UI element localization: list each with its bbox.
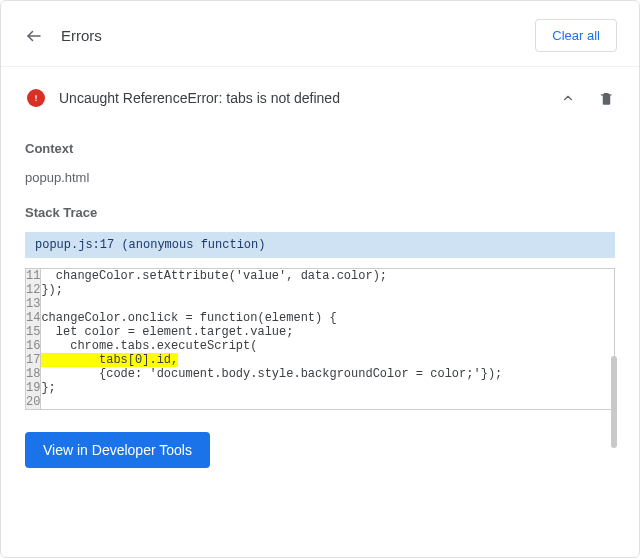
stack-frame[interactable]: popup.js:17 (anonymous function) bbox=[25, 232, 615, 258]
code-cell: {code: 'document.body.style.backgroundCo… bbox=[41, 367, 614, 381]
content: Uncaught ReferenceError: tabs is not def… bbox=[1, 67, 639, 488]
code-line: 13 bbox=[26, 297, 614, 311]
line-number: 14 bbox=[26, 311, 41, 325]
topbar-left: Errors bbox=[25, 27, 102, 45]
errors-panel: Errors Clear all Uncaught ReferenceError… bbox=[0, 0, 640, 558]
code-cell: tabs[0].id, bbox=[41, 353, 614, 367]
code-cell: changeColor.setAttribute('value', data.c… bbox=[41, 269, 614, 283]
line-number: 13 bbox=[26, 297, 41, 311]
view-in-devtools-button[interactable]: View in Developer Tools bbox=[25, 432, 210, 468]
code-cell bbox=[41, 395, 614, 409]
svg-point-2 bbox=[35, 100, 37, 102]
code-line: 11 changeColor.setAttribute('value', dat… bbox=[26, 269, 614, 283]
svg-rect-1 bbox=[35, 95, 36, 99]
line-number: 15 bbox=[26, 325, 41, 339]
stack-trace-label: Stack Trace bbox=[25, 205, 615, 220]
code-cell: changeColor.onclick = function(element) … bbox=[41, 311, 614, 325]
line-number: 19 bbox=[26, 381, 41, 395]
error-left: Uncaught ReferenceError: tabs is not def… bbox=[27, 89, 340, 107]
code-cell: }; bbox=[41, 381, 614, 395]
code-line: 15 let color = element.target.value; bbox=[26, 325, 614, 339]
code-line: 20 bbox=[26, 395, 614, 409]
code-line: 18 {code: 'document.body.style.backgroun… bbox=[26, 367, 614, 381]
error-message: Uncaught ReferenceError: tabs is not def… bbox=[59, 90, 340, 106]
code-cell: }); bbox=[41, 283, 614, 297]
code-cell: chrome.tabs.executeScript( bbox=[41, 339, 614, 353]
code-line: 17 tabs[0].id, bbox=[26, 353, 614, 367]
code-wrap: 11 changeColor.setAttribute('value', dat… bbox=[25, 268, 615, 410]
error-right bbox=[559, 89, 615, 107]
collapse-chevron-icon[interactable] bbox=[559, 89, 577, 107]
back-arrow-icon[interactable] bbox=[25, 27, 43, 45]
code-viewer[interactable]: 11 changeColor.setAttribute('value', dat… bbox=[25, 268, 615, 410]
highlighted-code: tabs[0].id, bbox=[41, 353, 178, 367]
clear-all-button[interactable]: Clear all bbox=[535, 19, 617, 52]
delete-error-icon[interactable] bbox=[597, 89, 615, 107]
page-title: Errors bbox=[61, 27, 102, 44]
line-number: 20 bbox=[26, 395, 41, 409]
topbar: Errors Clear all bbox=[1, 1, 639, 67]
code-cell: let color = element.target.value; bbox=[41, 325, 614, 339]
line-number: 18 bbox=[26, 367, 41, 381]
error-icon bbox=[27, 89, 45, 107]
context-value: popup.html bbox=[25, 170, 615, 185]
scrollbar-thumb[interactable] bbox=[611, 356, 617, 448]
code-line: 16 chrome.tabs.executeScript( bbox=[26, 339, 614, 353]
line-number: 11 bbox=[26, 269, 41, 283]
context-label: Context bbox=[25, 141, 615, 156]
code-line: 14changeColor.onclick = function(element… bbox=[26, 311, 614, 325]
code-cell bbox=[41, 297, 614, 311]
code-line: 12}); bbox=[26, 283, 614, 297]
error-header-row: Uncaught ReferenceError: tabs is not def… bbox=[25, 67, 615, 121]
line-number: 16 bbox=[26, 339, 41, 353]
line-number: 17 bbox=[26, 353, 41, 367]
code-line: 19}; bbox=[26, 381, 614, 395]
line-number: 12 bbox=[26, 283, 41, 297]
